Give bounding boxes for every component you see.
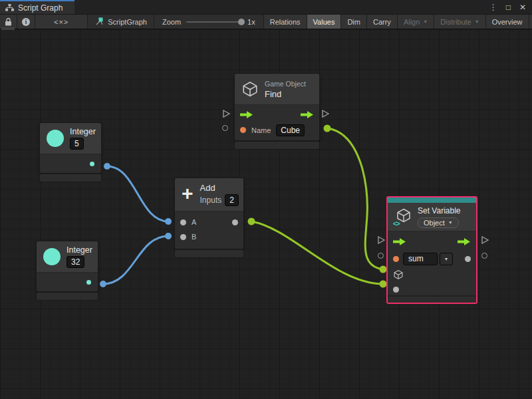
carry-button[interactable]: Carry bbox=[367, 15, 398, 29]
integer-value-input[interactable]: 5 bbox=[70, 138, 84, 150]
add-input-a-port[interactable] bbox=[180, 219, 186, 225]
node-gameobject-find[interactable]: Game Object Find Name Cube bbox=[235, 74, 319, 149]
integer-output-port[interactable] bbox=[90, 162, 94, 166]
find-flow-input-port[interactable] bbox=[223, 110, 230, 118]
integer-output-port[interactable] bbox=[86, 280, 91, 285]
lock-button[interactable] bbox=[0, 15, 17, 29]
setvariable-output-port[interactable] bbox=[465, 256, 471, 262]
flow-out-arrow-icon[interactable] bbox=[458, 238, 471, 245]
variable-scope-dropdown[interactable]: Object ▼ bbox=[418, 217, 459, 228]
variable-name-combo[interactable]: sum ▼ bbox=[403, 253, 453, 265]
node-set-variable[interactable]: <> Set Variable Object ▼ sum ▼ bbox=[386, 196, 477, 304]
node-footer bbox=[388, 297, 476, 303]
info-button[interactable]: i bbox=[17, 15, 35, 29]
node-title: Set Variable bbox=[418, 206, 460, 215]
graph-breadcrumb[interactable]: ScriptGraph bbox=[88, 15, 154, 29]
variable-name-port[interactable] bbox=[393, 256, 399, 262]
node-title: Add bbox=[200, 183, 239, 193]
wire-endpoint[interactable] bbox=[380, 281, 387, 288]
setvariable-flow-output-port[interactable] bbox=[481, 236, 489, 244]
chevron-down-icon: ▼ bbox=[444, 257, 449, 261]
setvariable-node-header[interactable]: <> Set Variable Object ▼ bbox=[388, 203, 476, 231]
setvariable-value-output-port[interactable] bbox=[481, 253, 487, 259]
wire-endpoint[interactable] bbox=[165, 218, 172, 225]
find-name-input-port[interactable] bbox=[222, 125, 228, 131]
node-add[interactable]: + Add Inputs 2 A B bbox=[175, 178, 243, 257]
wire-endpoint[interactable] bbox=[380, 266, 387, 273]
variable-name-input[interactable]: sum bbox=[403, 253, 438, 265]
inputs-count-input[interactable]: 2 bbox=[225, 194, 239, 206]
find-flow-output-port[interactable] bbox=[322, 110, 329, 118]
port-label-b: B bbox=[192, 233, 196, 241]
wire-add-to-setvariable[interactable] bbox=[251, 221, 383, 284]
integer-node-header[interactable]: Integer 32 bbox=[37, 241, 98, 273]
scope-label: Object bbox=[424, 219, 445, 227]
maximize-icon[interactable]: □ bbox=[506, 3, 511, 12]
distribute-button[interactable]: Distribute ▼ bbox=[434, 15, 485, 29]
flow-out-arrow-icon[interactable] bbox=[301, 111, 314, 118]
node-integer-5[interactable]: Integer 5 bbox=[40, 123, 101, 182]
add-output-port[interactable] bbox=[232, 219, 238, 225]
align-button[interactable]: Align ▼ bbox=[398, 15, 434, 29]
add-icon: + bbox=[182, 184, 194, 203]
zoom-label: Zoom bbox=[162, 18, 181, 26]
node-footer bbox=[235, 142, 319, 149]
lock-icon bbox=[5, 18, 12, 26]
relations-button[interactable]: Relations bbox=[264, 15, 307, 29]
info-icon: i bbox=[22, 18, 30, 26]
values-button[interactable]: Values bbox=[307, 15, 342, 29]
code-view-button[interactable]: <×> bbox=[35, 15, 88, 29]
wire-integer5-to-add-a[interactable] bbox=[107, 166, 168, 221]
wire-integer32-to-add-b[interactable] bbox=[103, 236, 168, 284]
name-label: Name bbox=[251, 126, 271, 134]
graph-canvas[interactable]: Integer 5 Integer 32 bbox=[0, 29, 532, 399]
tab-title: Script Graph bbox=[18, 3, 63, 13]
distribute-label: Distribute bbox=[440, 18, 471, 26]
dim-button[interactable]: Dim bbox=[341, 15, 367, 29]
find-name-port[interactable] bbox=[240, 127, 246, 133]
node-integer-32[interactable]: Integer 32 bbox=[37, 241, 98, 300]
zoom-slider[interactable] bbox=[186, 21, 242, 23]
name-value-input[interactable]: Cube bbox=[276, 124, 305, 136]
setvariable-flow-input-port[interactable] bbox=[378, 236, 385, 244]
wire-endpoint[interactable] bbox=[100, 281, 106, 287]
scrollbar-stub[interactable] bbox=[1, 27, 15, 30]
graph-name-label: ScriptGraph bbox=[108, 18, 147, 26]
wire-find-to-setvariable[interactable] bbox=[327, 128, 383, 269]
tab-script-graph[interactable]: Script Graph bbox=[0, 0, 74, 14]
variable-node-strip bbox=[388, 198, 476, 203]
add-node-header[interactable]: + Add Inputs 2 bbox=[175, 178, 243, 211]
value-input-port[interactable] bbox=[393, 287, 399, 293]
inputs-label: Inputs bbox=[200, 196, 222, 205]
script-graph-icon bbox=[94, 17, 104, 26]
wire-endpoint[interactable] bbox=[324, 125, 331, 132]
variable-name-dropdown-button[interactable]: ▼ bbox=[440, 253, 453, 265]
set-variable-icon: <> bbox=[394, 207, 412, 226]
wire-endpoint[interactable] bbox=[248, 218, 255, 225]
zoom-slider-handle[interactable] bbox=[238, 19, 245, 25]
find-node-header[interactable]: Game Object Find bbox=[235, 74, 319, 105]
chevron-down-icon: ▼ bbox=[423, 19, 428, 24]
fullscreen-button[interactable]: Full Screen bbox=[529, 15, 532, 29]
wire-endpoint[interactable] bbox=[104, 163, 110, 170]
align-label: Align bbox=[404, 18, 420, 26]
toolbar-right-group: Relations Values Dim Carry Align ▼ Distr… bbox=[263, 15, 532, 29]
integer-value-input[interactable]: 32 bbox=[66, 256, 84, 268]
node-title: Integer bbox=[70, 127, 96, 136]
node-footer bbox=[40, 174, 101, 182]
integer-node-header[interactable]: Integer 5 bbox=[40, 123, 101, 154]
add-input-b-port[interactable] bbox=[180, 234, 186, 240]
gameobject-port-icon[interactable] bbox=[393, 269, 404, 280]
flow-in-arrow-icon[interactable] bbox=[240, 111, 253, 118]
integer-type-icon bbox=[43, 248, 61, 265]
zoom-value: 1x bbox=[247, 18, 255, 26]
node-footer bbox=[175, 250, 243, 257]
overview-button[interactable]: Overview bbox=[486, 15, 529, 29]
setvariable-value-input-port[interactable] bbox=[378, 253, 384, 259]
zoom-control: Zoom 1x bbox=[154, 15, 263, 29]
chevron-down-icon: ▼ bbox=[475, 19, 479, 24]
kebab-menu-icon[interactable]: ⋮ bbox=[489, 3, 497, 12]
close-icon[interactable]: ✕ bbox=[519, 3, 526, 12]
wire-endpoint[interactable] bbox=[165, 233, 172, 239]
flow-in-arrow-icon[interactable] bbox=[393, 238, 406, 245]
